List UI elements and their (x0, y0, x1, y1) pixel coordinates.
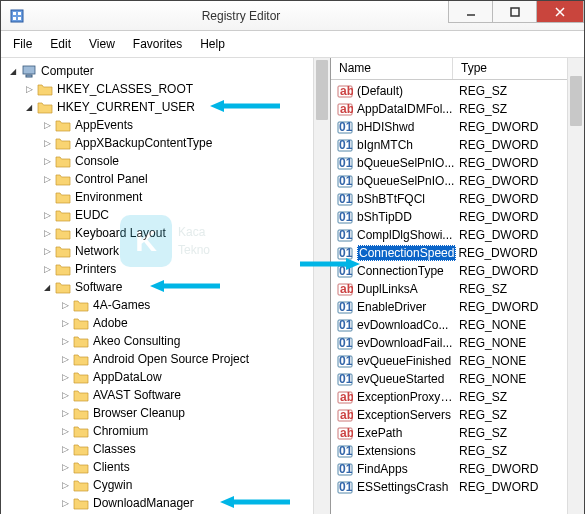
expander-closed-icon[interactable] (59, 425, 71, 437)
expander-closed-icon[interactable] (41, 173, 53, 185)
tree-key[interactable]: AVAST Software (5, 386, 330, 404)
value-row[interactable]: 011evQueueStartedREG_NONE (331, 370, 584, 388)
list-scrollbar[interactable] (567, 58, 584, 514)
tree-key[interactable]: 4A-Games (5, 296, 330, 314)
expander-closed-icon[interactable] (41, 119, 53, 131)
svg-text:ab: ab (340, 282, 353, 296)
value-row[interactable]: 011bShTipDDREG_DWORD (331, 208, 584, 226)
tree-pane[interactable]: ComputerHKEY_CLASSES_ROOTHKEY_CURRENT_US… (1, 58, 331, 514)
value-name: evQueueFinished (357, 354, 457, 368)
tree-key[interactable]: AppDataLow (5, 368, 330, 386)
value-row[interactable]: 011bHDIShwdREG_DWORD (331, 118, 584, 136)
value-row[interactable]: 011evDownloadFail...REG_NONE (331, 334, 584, 352)
expander-closed-icon[interactable] (59, 497, 71, 509)
tree-key[interactable]: HKEY_CLASSES_ROOT (5, 80, 330, 98)
tree-key[interactable]: Console (5, 152, 330, 170)
expander-closed-icon[interactable] (41, 263, 53, 275)
value-row[interactable]: 011bQueueSelPnIO...REG_DWORD (331, 154, 584, 172)
minimize-button[interactable] (448, 1, 493, 23)
svg-text:011: 011 (339, 120, 353, 134)
expander-closed-icon[interactable] (59, 299, 71, 311)
menu-favorites[interactable]: Favorites (125, 33, 190, 55)
value-row[interactable]: abAppDataIDMFol...REG_SZ (331, 100, 584, 118)
tree-key[interactable]: EUDC (5, 206, 330, 224)
list-pane[interactable]: Name Type ab(Default)REG_SZabAppDataIDMF… (331, 58, 584, 514)
value-type: REG_SZ (457, 426, 507, 440)
value-row[interactable]: 011evQueueFinishedREG_NONE (331, 352, 584, 370)
close-button[interactable] (536, 1, 584, 23)
expander-closed-icon[interactable] (41, 245, 53, 257)
value-row[interactable]: 011ExtensionsREG_SZ (331, 442, 584, 460)
expander-closed-icon[interactable] (41, 137, 53, 149)
binary-value-icon: 011 (337, 119, 353, 135)
tree-key[interactable]: HKEY_CURRENT_USER (5, 98, 330, 116)
value-row[interactable]: 011ComplDlgShowi...REG_DWORD (331, 226, 584, 244)
tree-key[interactable]: Akeo Consulting (5, 332, 330, 350)
svg-rect-7 (23, 66, 35, 74)
expander-closed-icon[interactable] (59, 353, 71, 365)
value-row[interactable]: abExceptionServersREG_SZ (331, 406, 584, 424)
tree-key[interactable]: Control Panel (5, 170, 330, 188)
menu-edit[interactable]: Edit (42, 33, 79, 55)
menu-view[interactable]: View (81, 33, 123, 55)
expander-closed-icon[interactable] (41, 209, 53, 221)
menu-file[interactable]: File (5, 33, 40, 55)
titlebar[interactable]: Registry Editor (1, 1, 584, 31)
tree-key[interactable]: Network (5, 242, 330, 260)
tree-key[interactable]: Cygwin (5, 476, 330, 494)
value-row[interactable]: 011evDownloadCo...REG_NONE (331, 316, 584, 334)
binary-value-icon: 011 (337, 317, 353, 333)
menu-help[interactable]: Help (192, 33, 233, 55)
value-row[interactable]: 011bQueueSelPnIO...REG_DWORD (331, 172, 584, 190)
folder-icon (73, 423, 89, 439)
expander-closed-icon[interactable] (59, 407, 71, 419)
expander-closed-icon[interactable] (59, 371, 71, 383)
tree-key[interactable]: Browser Cleanup (5, 404, 330, 422)
value-row[interactable]: abDuplLinksAREG_SZ (331, 280, 584, 298)
tree-key[interactable]: AppXBackupContentType (5, 134, 330, 152)
value-row[interactable]: 011ConnectionTypeREG_DWORD (331, 262, 584, 280)
tree-root[interactable]: Computer (5, 62, 330, 80)
tree-scrollbar[interactable] (313, 58, 330, 514)
tree-key[interactable]: Classes (5, 440, 330, 458)
expander-closed-icon[interactable] (41, 155, 53, 167)
expander-closed-icon[interactable] (59, 389, 71, 401)
tree-key[interactable]: Environment (5, 188, 330, 206)
value-row[interactable]: 011bIgnMTChREG_DWORD (331, 136, 584, 154)
expander-open-icon[interactable] (41, 281, 53, 293)
expander-closed-icon[interactable] (59, 317, 71, 329)
tree-key[interactable]: DownloadManager (5, 494, 330, 512)
expander-closed-icon[interactable] (59, 461, 71, 473)
tree-key[interactable]: Android Open Source Project (5, 350, 330, 368)
value-row[interactable]: 011FindAppsREG_DWORD (331, 460, 584, 478)
value-row[interactable]: 011ESSettingsCrashREG_DWORD (331, 478, 584, 496)
value-row[interactable]: abExceptionProxyS...REG_SZ (331, 388, 584, 406)
tree-key[interactable]: Clients (5, 458, 330, 476)
value-row[interactable]: abExePathREG_SZ (331, 424, 584, 442)
value-row[interactable]: ab(Default)REG_SZ (331, 82, 584, 100)
string-value-icon: ab (337, 425, 353, 441)
list-header[interactable]: Name Type (331, 58, 584, 80)
expander-closed-icon[interactable] (23, 83, 35, 95)
expander-open-icon[interactable] (23, 101, 35, 113)
value-row[interactable]: 011bShBTtFQClREG_DWORD (331, 190, 584, 208)
expander-closed-icon[interactable] (59, 335, 71, 347)
value-row[interactable]: 011ConnectionSpeedREG_DWORD (331, 244, 584, 262)
maximize-button[interactable] (492, 1, 537, 23)
expander-closed-icon[interactable] (59, 443, 71, 455)
expander-closed-icon[interactable] (41, 227, 53, 239)
col-name[interactable]: Name (331, 58, 453, 79)
value-name: ComplDlgShowi... (357, 228, 457, 242)
tree-key[interactable]: Adobe (5, 314, 330, 332)
tree-key[interactable]: Printers (5, 260, 330, 278)
col-type[interactable]: Type (453, 58, 584, 79)
tree-key[interactable]: AppEvents (5, 116, 330, 134)
expander-open-icon[interactable] (7, 65, 19, 77)
expander-closed-icon[interactable] (59, 479, 71, 491)
svg-text:011: 011 (339, 264, 353, 278)
binary-value-icon: 011 (337, 173, 353, 189)
tree-key[interactable]: Keyboard Layout (5, 224, 330, 242)
tree-key[interactable]: Chromium (5, 422, 330, 440)
tree-key[interactable]: Software (5, 278, 330, 296)
value-row[interactable]: 011EnableDriverREG_DWORD (331, 298, 584, 316)
